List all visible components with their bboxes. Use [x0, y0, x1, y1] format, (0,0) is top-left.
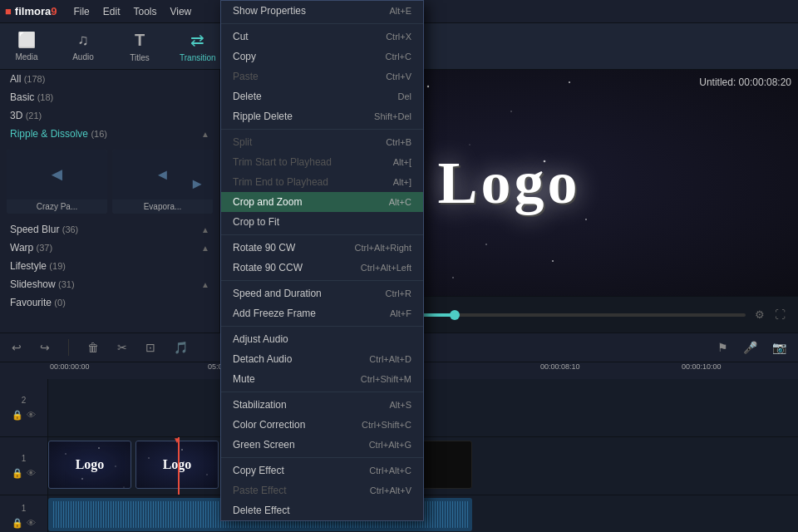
ctx-sep-2: [221, 129, 423, 130]
clip-2-logo: Logo: [163, 457, 192, 472]
settings-icon[interactable]: ⚙: [752, 306, 767, 323]
preview-title: Untitled: 00:00:08:20: [699, 76, 791, 88]
crop-button[interactable]: ⊡: [142, 339, 159, 356]
ctx-delete-effect[interactable]: Delete Effect: [221, 500, 423, 520]
track-1-icons: 🔒 👁: [12, 468, 36, 479]
ctx-trim-end[interactable]: Trim End to Playhead Alt+]: [221, 172, 423, 192]
audio-track-1-num: 1: [22, 504, 27, 513]
track-1-lock[interactable]: 🔒: [12, 468, 23, 479]
left-panel: All (178) Basic (18) 3D (21) Ripple & Di…: [0, 70, 220, 332]
ripple-chevron: ▲: [201, 130, 209, 139]
ctx-rotate-cw[interactable]: Rotate 90 CW Ctrl+Alt+Right: [221, 238, 423, 258]
category-ripple[interactable]: Ripple & Dissolve (16) ▲: [0, 125, 219, 143]
mic-button[interactable]: 🎤: [740, 339, 761, 356]
playhead: [178, 437, 180, 495]
track-2-num: 2: [22, 396, 27, 405]
ctx-green-screen[interactable]: Green Screen Ctrl+Alt+G: [221, 435, 423, 455]
cut-button[interactable]: ✂: [114, 339, 131, 356]
svg-point-24: [148, 457, 150, 459]
delete-button[interactable]: 🗑: [84, 339, 102, 356]
svg-point-15: [485, 244, 487, 245]
menu-tools[interactable]: Tools: [126, 0, 163, 23]
track-1-eye[interactable]: 👁: [27, 468, 36, 478]
svg-point-7: [469, 144, 470, 145]
category-basic[interactable]: Basic (18): [0, 88, 219, 106]
ctx-adjust-audio[interactable]: Adjust Audio: [221, 329, 423, 349]
time-3: 00:00:08:10: [540, 362, 580, 371]
ctx-sep-5: [221, 326, 423, 327]
ctx-rotate-ccw[interactable]: Rotate 90 CCW Ctrl+Alt+Left: [221, 258, 423, 278]
toolbar-audio[interactable]: ♫ Audio: [63, 28, 103, 65]
ctx-mute[interactable]: Mute Ctrl+Shift+M: [221, 369, 423, 389]
ctx-crop-fit[interactable]: Crop to Fit: [221, 212, 423, 232]
ctx-stabilization[interactable]: Stabilization Alt+S: [221, 395, 423, 415]
fullscreen-icon[interactable]: ⛶: [772, 306, 788, 323]
menu-edit[interactable]: Edit: [96, 0, 127, 23]
ctx-paste[interactable]: Paste Ctrl+V: [221, 66, 423, 86]
ctx-show-properties[interactable]: Show Properties Alt+E: [221, 1, 423, 21]
toolbar-titles[interactable]: T Titles: [120, 27, 160, 66]
menu-file[interactable]: File: [66, 0, 96, 23]
audio-track-1-lock[interactable]: 🔒: [12, 518, 23, 529]
category-slideshow[interactable]: Slideshow (31) ▲: [0, 275, 219, 293]
category-warp[interactable]: Warp (37) ▲: [0, 239, 219, 257]
video-clip-2[interactable]: Logo: [135, 441, 219, 489]
svg-point-3: [510, 111, 511, 111]
track-2-lock[interactable]: 🔒: [12, 410, 23, 421]
titles-label: Titles: [130, 53, 150, 62]
category-3d[interactable]: 3D (21): [0, 106, 219, 125]
category-favourite[interactable]: Favourite (0): [0, 293, 219, 312]
ctx-crop-zoom[interactable]: Crop and Zoom Alt+C: [221, 192, 423, 212]
transition-evap[interactable]: ◄ ► Evapora...: [112, 150, 213, 214]
ctx-color-correction[interactable]: Color Correction Ctrl+Shift+C: [221, 415, 423, 435]
toolbar-transition[interactable]: ⇄ Transition: [176, 27, 219, 66]
undo-button[interactable]: ↩: [8, 339, 25, 356]
ctx-freeze-frame[interactable]: Add Freeze Frame Alt+F: [221, 303, 423, 323]
redo-button[interactable]: ↪: [37, 339, 53, 356]
menu-view[interactable]: View: [163, 0, 198, 23]
category-all[interactable]: All (178): [0, 70, 219, 88]
ctx-cut[interactable]: Cut Ctrl+X: [221, 27, 423, 47]
ctx-sep-7: [221, 457, 423, 458]
ctx-sep-1: [221, 23, 423, 24]
category-speedblur[interactable]: Speed Blur (36) ▲: [0, 220, 219, 239]
ctx-ripple-delete[interactable]: Ripple Delete Shift+Del: [221, 106, 423, 126]
track-2-eye[interactable]: 👁: [27, 410, 36, 420]
audio-button[interactable]: 🎵: [170, 339, 191, 356]
ctx-copy-effect[interactable]: Copy Effect Ctrl+Alt+C: [221, 461, 423, 480]
ctx-sep-4: [221, 280, 423, 281]
preview-logo-text: Logo: [437, 149, 580, 218]
marker-button[interactable]: ⚑: [714, 339, 732, 356]
ctx-delete[interactable]: Delete Del: [221, 86, 423, 106]
svg-point-19: [65, 453, 66, 455]
svg-point-25: [181, 449, 183, 451]
svg-point-22: [81, 478, 83, 480]
ctx-trim-start[interactable]: Trim Start to Playhead Alt+[: [221, 152, 423, 172]
context-menu: Show Properties Alt+E Cut Ctrl+X Copy Ct…: [220, 0, 424, 521]
audio-track-1-eye[interactable]: 👁: [27, 518, 36, 528]
transition-back[interactable]: ◄ Crazy Pa...: [7, 150, 107, 214]
svg-point-23: [123, 486, 124, 487]
transition-grid: ◄ Crazy Pa... ◄ ► Evapora...: [0, 143, 219, 220]
svg-point-20: [98, 447, 100, 449]
slideshow-chevron: ▲: [201, 280, 209, 289]
transition-label: Transition: [180, 53, 216, 62]
ctx-copy[interactable]: Copy Ctrl+C: [221, 47, 423, 66]
video-clip-1[interactable]: Logo: [48, 441, 131, 489]
warp-chevron: ▲: [201, 244, 209, 253]
camera-button[interactable]: 📷: [769, 339, 790, 356]
category-lifestyle[interactable]: Lifestyle (19): [0, 257, 219, 275]
ctx-speed-duration[interactable]: Speed and Duration Ctrl+R: [221, 283, 423, 303]
track-2-icons: 🔒 👁: [12, 410, 36, 421]
ctx-detach-audio[interactable]: Detach Audio Ctrl+Alt+D: [221, 349, 423, 369]
progress-handle[interactable]: [450, 310, 460, 320]
svg-point-18: [552, 260, 554, 262]
ctx-paste-effect[interactable]: Paste Effect Ctrl+Alt+V: [221, 480, 423, 500]
app-name: filmora9: [15, 5, 57, 17]
speedblur-chevron: ▲: [201, 225, 209, 234]
toolbar-media[interactable]: ⬜ Media: [7, 27, 47, 65]
audio-icon: ♫: [77, 32, 89, 49]
svg-point-13: [585, 219, 587, 220]
time-0: 00:00:00:00: [50, 362, 90, 371]
ctx-split[interactable]: Split Ctrl+B: [221, 132, 423, 152]
